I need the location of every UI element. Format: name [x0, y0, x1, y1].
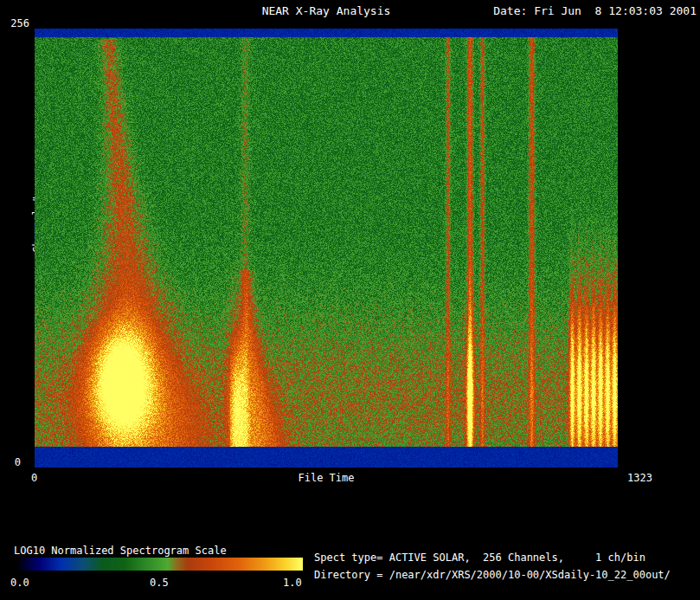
date-label: Date: Fri Jun 8 12:03:03 2001	[493, 4, 697, 18]
spect-type-line: Spect type= ACTIVE SOLAR, 256 Channels, …	[314, 552, 645, 564]
y-axis-min-tick: 0	[3, 456, 21, 468]
x-axis-max-tick: 1323	[627, 472, 652, 484]
spectrogram-image	[35, 29, 618, 468]
colorbar-tick-min: 0.0	[10, 577, 29, 589]
x-axis-title: File Time	[35, 472, 618, 484]
colorbar-gradient	[16, 558, 303, 571]
colorbar-tick-max: 1.0	[283, 577, 302, 589]
y-axis-max-tick: 256	[3, 17, 29, 29]
colorbar-label: LOG10 Normalized Spectrogram Scale	[14, 545, 227, 557]
near-xray-analysis-window: NEAR X-Ray Analysis Date: Fri Jun 8 12:0…	[0, 0, 700, 600]
directory-line: Directory = /near/xdr/XRS/2000/10-00/XSd…	[314, 569, 671, 581]
colorbar-tick-mid: 0.5	[150, 577, 169, 589]
